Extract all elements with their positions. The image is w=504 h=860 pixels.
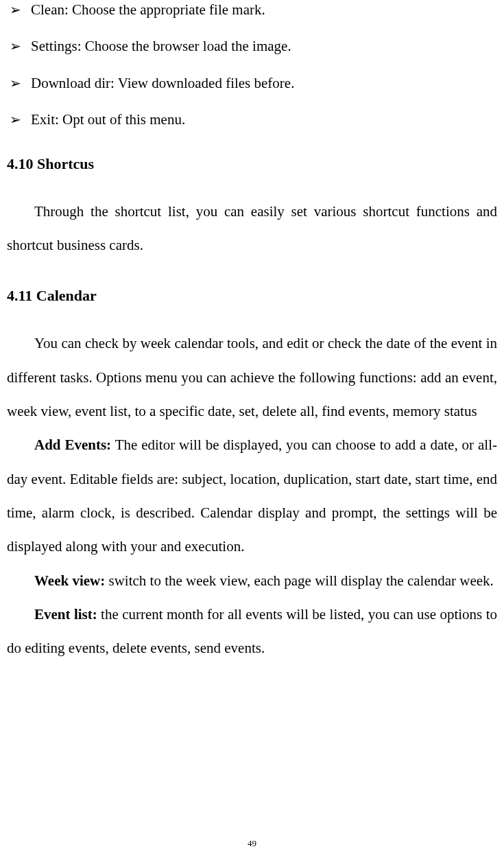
text-add-events: The editor will be displayed, you can ch… xyxy=(7,437,497,555)
bullet-text: Exit: Opt out of this menu. xyxy=(31,110,185,130)
label-event-list: Event list: xyxy=(34,606,97,623)
page-number: 49 xyxy=(0,838,504,849)
list-item: ➢ Download dir: View downloaded files be… xyxy=(7,73,497,93)
bullet-marker-icon: ➢ xyxy=(10,36,21,56)
list-item: ➢ Settings: Choose the browser load the … xyxy=(7,36,497,56)
bullet-marker-icon: ➢ xyxy=(10,110,21,129)
list-item: ➢ Clean: Choose the appropriate file mar… xyxy=(7,0,497,20)
bullet-marker-icon: ➢ xyxy=(10,0,21,19)
text-week-view: switch to the week view, each page will … xyxy=(105,572,494,589)
bullet-text: Settings: Choose the browser load the im… xyxy=(31,36,291,56)
paragraph-calendar-intro: You can check by week calendar tools, an… xyxy=(7,327,497,428)
bullet-marker-icon: ➢ xyxy=(10,73,21,93)
bullet-text: Clean: Choose the appropriate file mark. xyxy=(31,0,265,20)
bullet-list: ➢ Clean: Choose the appropriate file mar… xyxy=(7,0,497,130)
paragraph-event-list: Event list: the current month for all ev… xyxy=(7,598,497,666)
paragraph-add-events: Add Events: The editor will be displayed… xyxy=(7,428,497,563)
section-4-10: 4.10 Shortcus Through the shortcut list,… xyxy=(7,155,497,263)
bullet-text: Download dir: View downloaded files befo… xyxy=(31,73,294,93)
label-week-view: Week view: xyxy=(34,572,105,589)
paragraph-shortcus: Through the shortcut list, you can easil… xyxy=(7,195,497,263)
section-4-11: 4.11 Calendar You can check by week cale… xyxy=(7,287,497,665)
list-item: ➢ Exit: Opt out of this menu. xyxy=(7,110,497,130)
paragraph-week-view: Week view: switch to the week view, each… xyxy=(7,564,497,598)
heading-shortcus: 4.10 Shortcus xyxy=(7,155,497,173)
heading-calendar: 4.11 Calendar xyxy=(7,287,497,305)
label-add-events: Add Events: xyxy=(34,437,111,453)
